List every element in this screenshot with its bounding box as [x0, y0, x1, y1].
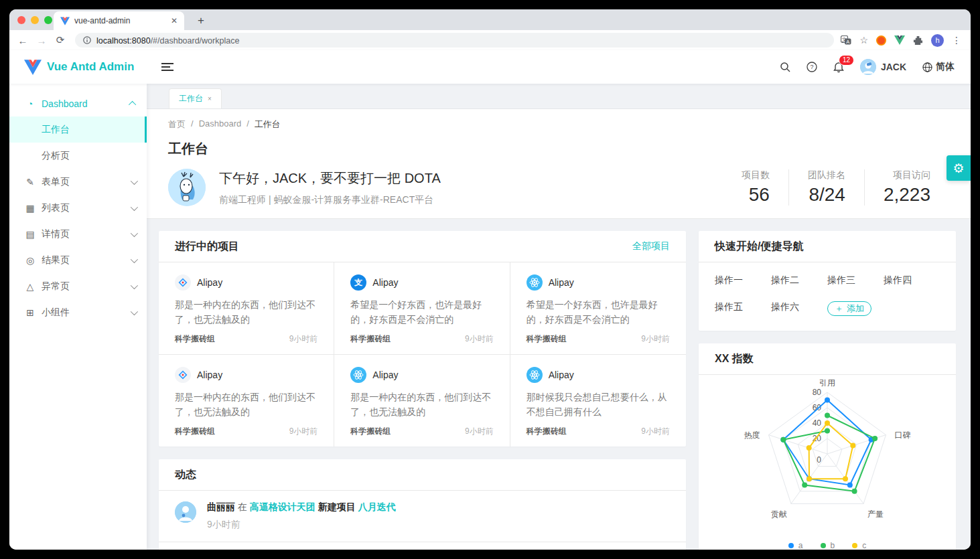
page-tab-workplace[interactable]: 工作台 × [169, 88, 222, 108]
project-name[interactable]: Alipay [549, 370, 574, 380]
project-group-link[interactable]: 科学搬砖组 [350, 333, 391, 345]
sidebar-item-details[interactable]: ▤ 详情页 [9, 221, 147, 247]
help-icon[interactable]: ? [807, 62, 817, 72]
vue-devtools-icon[interactable] [894, 35, 905, 45]
project-group-link[interactable]: 科学搬砖组 [175, 333, 215, 345]
sidebar-item-widgets[interactable]: ⊞ 小组件 [9, 299, 147, 325]
new-tab-button[interactable]: + [193, 14, 209, 27]
project-desc: 那是一种内在的东西，他们到达不了，也无法触及的 [175, 390, 318, 419]
zoom-window-button[interactable] [44, 16, 52, 24]
sidebar-item-label: 工作台 [42, 124, 70, 136]
project-name[interactable]: Alipay [197, 370, 222, 380]
project-group-link[interactable]: 科学搬砖组 [527, 426, 567, 437]
project-group-link[interactable]: 科学搬砖组 [175, 426, 215, 437]
legend-item[interactable]: b [821, 541, 835, 550]
user-menu[interactable]: JACK [860, 59, 906, 75]
project-name[interactable]: Alipay [549, 277, 574, 288]
extension-orange-icon[interactable] [876, 35, 886, 46]
app-header: Vue Antd Admin ? 12 JACK 简体 [9, 50, 971, 84]
project-card[interactable]: Alipay 那时候我只会想自己想要什么，从不想自己拥有什么 科学搬砖组 9小时… [510, 355, 686, 447]
sidebar-item-workplace[interactable]: 工作台 [9, 116, 147, 143]
project-name[interactable]: Alipay [372, 370, 398, 380]
url-bar[interactable]: localhost:8080/#/dashboard/workplace [75, 33, 834, 48]
back-icon[interactable]: ← [15, 35, 31, 46]
language-switcher[interactable]: 简体 [922, 61, 955, 73]
sidebar-item-results[interactable]: ◎ 结果页 [9, 247, 147, 273]
project-name[interactable]: Alipay [372, 277, 398, 288]
search-icon[interactable] [780, 62, 790, 72]
legend-dot [788, 543, 794, 548]
page-title: 工作台 [168, 140, 949, 158]
legend-item[interactable]: c [852, 541, 866, 550]
browser-profile-avatar[interactable]: h [931, 34, 944, 47]
sidebar-item-forms[interactable]: ✎ 表单页 [9, 169, 147, 195]
project-card[interactable]: Alipay 那是一种内在的东西，他们到达不了，也无法触及的 科学搬砖组 9小时… [334, 355, 510, 447]
sidebar-item-exceptions[interactable]: △ 异常页 [9, 273, 147, 299]
page-tab-close-icon[interactable]: × [208, 95, 212, 102]
quick-nav-link[interactable]: 操作五 [715, 301, 771, 316]
sidebar-item-label: Dashboard [42, 98, 88, 109]
site-info-icon[interactable] [83, 36, 91, 44]
all-projects-link[interactable]: 全部项目 [632, 240, 670, 252]
project-card[interactable]: 支 Alipay 希望是一个好东西，也许是最好的，好东西是不会消亡的 科学搬砖组… [334, 262, 510, 355]
svg-text:?: ? [810, 64, 813, 70]
quick-nav-link[interactable]: 操作四 [884, 274, 940, 287]
browser-menu-icon[interactable]: ⋮ [952, 35, 961, 46]
close-window-button[interactable] [17, 16, 25, 24]
vue-favicon-icon [60, 17, 70, 25]
project-desc: 那是一种内在的东西，他们到达不了，也无法触及的 [350, 390, 493, 419]
sidebar-item-label: 列表页 [42, 202, 70, 214]
reload-icon[interactable]: ⟳ [52, 34, 68, 46]
gear-icon: ⚙ [953, 161, 964, 176]
quick-nav-link[interactable]: 操作三 [827, 274, 884, 287]
quick-nav-link[interactable]: 操作二 [771, 274, 827, 287]
activity-user[interactable]: 曲丽丽 [207, 501, 235, 512]
legend-dot [821, 543, 826, 548]
project-card[interactable]: Alipay 希望是一个好东西，也许是最好的，好东西是不会消亡的 科学搬砖组 9… [510, 262, 686, 355]
globe-icon [922, 62, 932, 72]
browser-tab[interactable]: vue-antd-admin ✕ [54, 11, 184, 30]
brand[interactable]: Vue Antd Admin [9, 60, 147, 75]
check-circle-icon: ◎ [25, 255, 35, 266]
svg-text:贡献: 贡献 [771, 509, 787, 519]
svg-text:80: 80 [813, 388, 822, 397]
antd-logo-icon [175, 274, 191, 291]
project-time: 9小时前 [289, 426, 318, 437]
settings-gear-button[interactable]: ⚙ [947, 155, 971, 181]
chevron-down-icon [131, 307, 138, 315]
sidebar-item-analysis[interactable]: 分析页 [9, 143, 147, 169]
forward-icon[interactable]: → [33, 35, 50, 46]
browser-extensions: 文 A ☆ h ⋮ [841, 34, 965, 47]
breadcrumb-dashboard[interactable]: Dashboard [199, 118, 242, 131]
notification-bell-icon[interactable]: 12 [833, 62, 844, 73]
legend-item[interactable]: a [788, 541, 803, 550]
extensions-puzzle-icon[interactable] [913, 35, 923, 46]
quick-nav-link[interactable]: 操作六 [771, 301, 827, 316]
bookmark-star-icon[interactable]: ☆ [859, 35, 868, 46]
sidebar-item-lists[interactable]: ▦ 列表页 [9, 195, 147, 221]
activity-group-link[interactable]: 高逼格设计天团 [250, 501, 316, 512]
quick-nav-link[interactable]: 操作一 [715, 274, 771, 287]
header-actions: ? 12 JACK 简体 [780, 59, 971, 75]
stat-projects: 项目数 56 [723, 169, 788, 206]
form-icon: ✎ [25, 177, 35, 187]
minimize-window-button[interactable] [31, 16, 39, 24]
translate-icon[interactable]: 文 A [841, 35, 851, 45]
project-group-link[interactable]: 科学搬砖组 [527, 333, 567, 345]
radar-title: XX 指数 [715, 352, 754, 366]
stat-value: 2,223 [884, 184, 930, 206]
add-button[interactable]: ＋ 添加 [827, 301, 871, 316]
project-group-link[interactable]: 科学搬砖组 [350, 426, 391, 437]
page-header: 首页/ Dashboard/ 工作台 工作台 [147, 109, 971, 219]
tab-close-icon[interactable]: ✕ [171, 16, 178, 25]
sidebar-item-dashboard[interactable]: ◔ Dashboard [9, 90, 147, 116]
svg-text:产量: 产量 [867, 509, 884, 519]
project-name[interactable]: Alipay [197, 277, 222, 288]
url-text: localhost:8080/#/dashboard/workplace [96, 34, 239, 46]
menu-fold-icon[interactable] [161, 63, 173, 71]
activity-target-link[interactable]: 八月迭代 [358, 501, 396, 512]
traffic-lights [17, 16, 52, 24]
project-card[interactable]: Alipay 那是一种内在的东西，他们到达不了，也无法触及的 科学搬砖组 9小时… [159, 262, 334, 355]
breadcrumb-home[interactable]: 首页 [168, 118, 186, 131]
project-card[interactable]: Alipay 那是一种内在的东西，他们到达不了，也无法触及的 科学搬砖组 9小时… [159, 355, 334, 447]
